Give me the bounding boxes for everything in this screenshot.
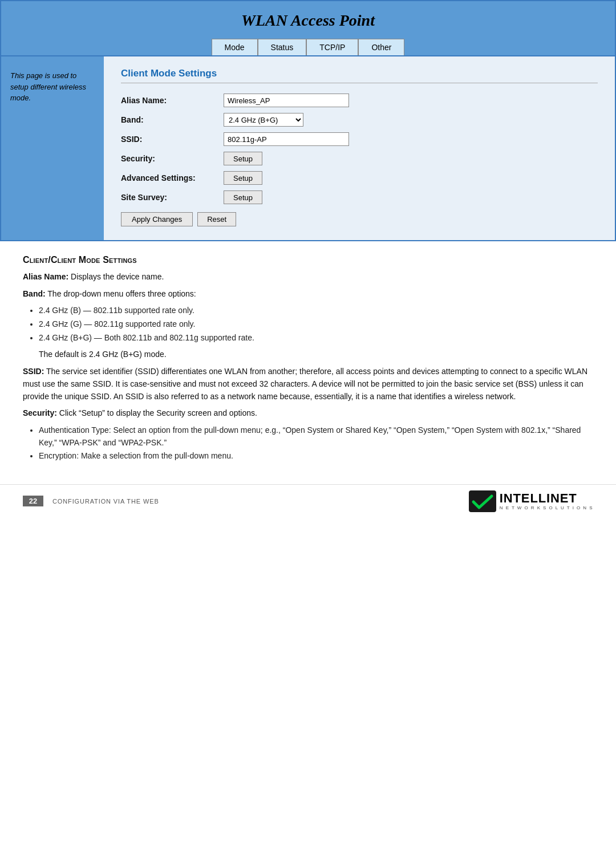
- ssid-doc-text: The service set identifier (SSID) differ…: [23, 367, 587, 400]
- band-row: Band: 2.4 GHz (B) 2.4 GHz (G) 2.4 GHz (B…: [121, 113, 598, 127]
- section-title: Client Mode Settings: [121, 68, 598, 83]
- footer: 22 CONFIGURATION VIA THE WEB INTELLINET …: [0, 484, 616, 518]
- footer-config-text: CONFIGURATION VIA THE WEB: [52, 498, 159, 505]
- doc-heading-text: Client/Client Mode Settings: [23, 255, 137, 265]
- alias-name-label: Alias Name:: [121, 96, 224, 105]
- logo-text-area: INTELLINET N E T W O R K S O L U T I O N…: [500, 492, 593, 510]
- auth-type-text: Select an option from the pull-down menu…: [39, 425, 581, 447]
- security-doc-text: Click “Setup” to display the Security sc…: [59, 408, 257, 417]
- encryption-label: Encryption:: [39, 451, 79, 460]
- content-area: This page is used to setup different wir…: [0, 56, 616, 241]
- site-survey-setup-button[interactable]: Setup: [224, 190, 262, 204]
- action-row: Apply Changes Reset: [121, 212, 598, 226]
- ssid-para: SSID: The service set identifier (SSID) …: [23, 366, 593, 403]
- form-panel: Client Mode Settings Alias Name: Band: 2…: [104, 56, 615, 240]
- alias-name-doc-label: Alias Name:: [23, 272, 68, 281]
- ssid-row: SSID:: [121, 132, 598, 146]
- footer-left: 22 CONFIGURATION VIA THE WEB: [23, 496, 159, 506]
- alias-name-doc-text: Displays the device name.: [71, 272, 164, 281]
- band-options-list: 2.4 GHz (B) — 802.11b supported rate onl…: [39, 305, 593, 344]
- band-para-intro: Band: The drop-down menu offers three op…: [23, 288, 593, 301]
- security-doc-label: Security:: [23, 408, 57, 417]
- band-select[interactable]: 2.4 GHz (B) 2.4 GHz (G) 2.4 GHz (B+G): [224, 113, 303, 127]
- encryption-text: Make a selection from the pull-down menu…: [81, 451, 233, 460]
- security-label: Security:: [121, 154, 224, 163]
- band-default-text: The default is 2.4 GHz (B+G) mode.: [39, 348, 593, 361]
- security-para: Security: Click “Setup” to display the S…: [23, 407, 593, 420]
- list-item: 2.4 GHz (G) — 802.11g supported rate onl…: [39, 318, 593, 331]
- ssid-doc-label: SSID:: [23, 367, 44, 376]
- security-row: Security: Setup: [121, 152, 598, 165]
- tab-status[interactable]: Status: [258, 39, 307, 55]
- alias-name-para: Alias Name: Displays the device name.: [23, 271, 593, 283]
- tab-tcpip[interactable]: TCP/IP: [306, 39, 358, 55]
- tab-mode[interactable]: Mode: [212, 39, 258, 55]
- site-survey-label: Site Survey:: [121, 193, 224, 202]
- documentation-section: Client/Client Mode Settings Alias Name: …: [0, 241, 616, 478]
- ssid-label: SSID:: [121, 135, 224, 144]
- advanced-label: Advanced Settings:: [121, 173, 224, 182]
- band-label: Band:: [121, 115, 224, 124]
- top-panel: WLAN Access Point Mode Status TCP/IP Oth…: [0, 0, 616, 56]
- security-setup-button[interactable]: Setup: [224, 152, 262, 165]
- band-doc-label: Band:: [23, 289, 46, 298]
- page-number: 22: [23, 496, 43, 506]
- nav-tabs: Mode Status TCP/IP Other: [18, 39, 598, 55]
- list-item: 2.4 GHz (B+G) — Both 802.11b and 802.11g…: [39, 332, 593, 344]
- reset-button[interactable]: Reset: [197, 212, 236, 226]
- ssid-input[interactable]: [224, 132, 349, 146]
- intellinet-logo: INTELLINET N E T W O R K S O L U T I O N…: [469, 490, 593, 512]
- sidebar-description: This page is used to setup different wir…: [10, 70, 95, 104]
- auth-type-label: Authentication Type:: [39, 425, 111, 435]
- sidebar: This page is used to setup different wir…: [1, 56, 104, 240]
- tab-other[interactable]: Other: [358, 39, 404, 55]
- apply-changes-button[interactable]: Apply Changes: [121, 212, 193, 226]
- intellinet-logo-icon: [469, 490, 496, 512]
- alias-name-row: Alias Name:: [121, 94, 598, 107]
- logo-main-text: INTELLINET: [500, 492, 577, 505]
- band-doc-intro: The drop-down menu offers three options:: [47, 289, 196, 298]
- list-item: Encryption: Make a selection from the pu…: [39, 450, 593, 463]
- advanced-row: Advanced Settings: Setup: [121, 171, 598, 185]
- page-title: WLAN Access Point: [18, 11, 598, 30]
- alias-name-input[interactable]: [224, 94, 349, 107]
- site-survey-row: Site Survey: Setup: [121, 190, 598, 204]
- advanced-setup-button[interactable]: Setup: [224, 171, 262, 185]
- security-sub-list: Authentication Type: Select an option fr…: [39, 424, 593, 463]
- logo-sub-text: N E T W O R K S O L U T I O N S: [500, 505, 593, 510]
- list-item: 2.4 GHz (B) — 802.11b supported rate onl…: [39, 305, 593, 317]
- list-item: Authentication Type: Select an option fr…: [39, 424, 593, 449]
- doc-main-heading: Client/Client Mode Settings: [23, 255, 593, 265]
